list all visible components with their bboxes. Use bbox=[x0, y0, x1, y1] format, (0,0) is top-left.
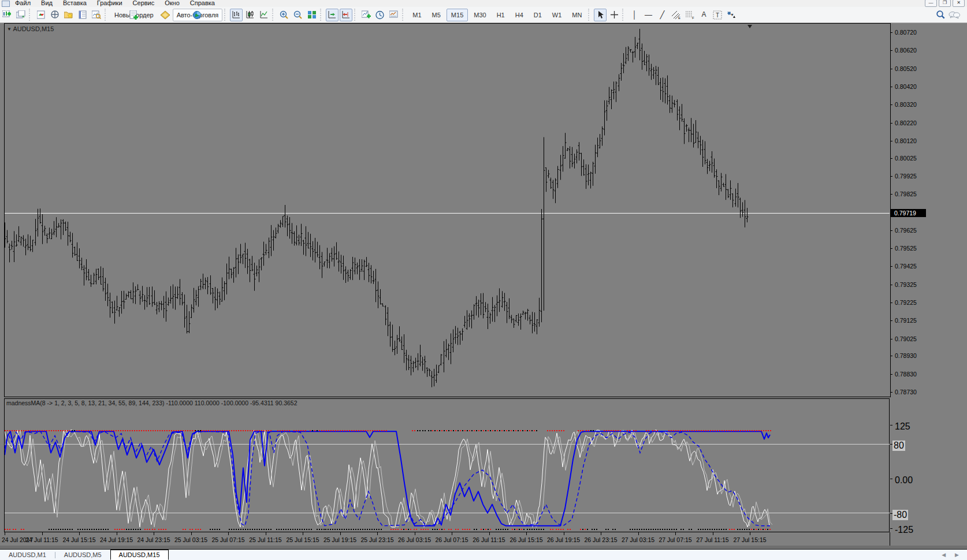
timeframe-button-M5[interactable]: M5 bbox=[427, 9, 445, 21]
timeframe-button-M30[interactable]: M30 bbox=[469, 9, 490, 21]
channel-tool-button[interactable]: E bbox=[670, 9, 682, 21]
time-axis-tick bbox=[750, 532, 750, 535]
indicator-bottom-dot bbox=[131, 529, 132, 530]
data-window-button[interactable] bbox=[49, 9, 61, 21]
periods-button[interactable]: ▼ bbox=[374, 9, 386, 21]
restore-button[interactable]: ❐ bbox=[939, 0, 951, 7]
profiles-button[interactable]: ▼ bbox=[14, 9, 27, 21]
navigator-button[interactable] bbox=[62, 9, 75, 21]
indicator-top-dot bbox=[525, 430, 526, 431]
fibonacci-tool-button[interactable]: F bbox=[683, 9, 696, 21]
time-axis-tick bbox=[452, 532, 452, 535]
menu-item-Сервис[interactable]: Сервис bbox=[128, 0, 160, 7]
menu-item-Графики[interactable]: Графики bbox=[92, 0, 128, 7]
timeframe-button-MN[interactable]: MN bbox=[567, 9, 586, 21]
chart-bars-button[interactable] bbox=[230, 9, 243, 21]
indicator-top-dot bbox=[733, 430, 734, 431]
indicator-top-dot bbox=[347, 430, 348, 431]
zoom-out-button[interactable] bbox=[292, 9, 304, 21]
collapse-triangle-icon[interactable]: ▼ bbox=[7, 27, 12, 32]
timeframe-button-H1[interactable]: H1 bbox=[492, 9, 509, 21]
trendline-tool-button[interactable]: ╱ bbox=[656, 9, 668, 21]
arrows-tool-button[interactable]: ▼ bbox=[725, 9, 738, 21]
indicator-bottom-dot bbox=[648, 529, 649, 530]
indicator-bottom-dot bbox=[214, 529, 215, 530]
autotrading-button[interactable]: Авто-торговля bbox=[173, 9, 223, 21]
indicator-bottom-dot bbox=[660, 529, 661, 530]
tile-windows-button[interactable] bbox=[306, 9, 318, 21]
indicator-top-dot bbox=[654, 430, 656, 431]
indicator-top-dot bbox=[178, 430, 179, 431]
horizontal-line-tool-button[interactable]: — bbox=[642, 9, 654, 21]
toolbar-separator bbox=[29, 9, 33, 21]
horizontal-scrollbar[interactable] bbox=[0, 546, 967, 550]
timeframe-button-M1[interactable]: M1 bbox=[408, 9, 426, 21]
line-chart-icon bbox=[259, 10, 269, 19]
minimize-button[interactable]: — bbox=[925, 0, 937, 7]
chart-shift-marker[interactable] bbox=[747, 25, 752, 28]
auto-scroll-button[interactable] bbox=[326, 9, 339, 21]
new-order-button[interactable]: Новый ордер bbox=[110, 9, 158, 21]
menu-item-Файл[interactable]: Файл bbox=[10, 0, 36, 7]
indicator-bottom-dot bbox=[567, 529, 568, 530]
chart-window-system-icon[interactable] bbox=[2, 1, 10, 7]
menu-item-Окно[interactable]: Окно bbox=[159, 0, 185, 7]
chart-candlesticks-button[interactable] bbox=[244, 9, 256, 21]
menu-item-Вставка[interactable]: Вставка bbox=[58, 0, 92, 7]
metaeditor-button[interactable] bbox=[159, 9, 172, 21]
chart-line-button[interactable] bbox=[258, 9, 270, 21]
tab-scroll-left-icon[interactable]: ◀ bbox=[942, 552, 946, 558]
chat-button[interactable] bbox=[948, 9, 961, 21]
indicator-top-dot bbox=[116, 430, 117, 431]
indicator-top-dot bbox=[437, 430, 438, 431]
crosshair-tool-button[interactable] bbox=[608, 9, 620, 21]
timeframe-button-M15[interactable]: M15 bbox=[447, 9, 468, 21]
indicator-bottom-dot bbox=[256, 529, 258, 530]
indicator-bottom-dot bbox=[217, 529, 218, 530]
search-button[interactable] bbox=[934, 9, 947, 21]
terminal-button[interactable] bbox=[76, 9, 89, 21]
indicator-bottom-dot bbox=[337, 529, 338, 530]
indicator-axis-label: -80 bbox=[892, 510, 908, 520]
menu-item-Справка[interactable]: Справка bbox=[185, 0, 220, 7]
text-tool-button[interactable]: A bbox=[697, 9, 710, 21]
menu-item-Вид[interactable]: Вид bbox=[36, 0, 58, 7]
indicator-bottom-dot bbox=[62, 529, 64, 530]
timeframe-button-H4[interactable]: H4 bbox=[511, 9, 528, 21]
indicator-axis-tick bbox=[890, 528, 892, 529]
indicators-button[interactable]: ▼ bbox=[360, 9, 373, 21]
price-axis-tick bbox=[890, 356, 892, 356]
chart-symbol-label[interactable]: ▼ AUDUSD,M15 bbox=[7, 25, 54, 32]
indicator-top-dot bbox=[586, 430, 587, 431]
price-axis-label: 0.79925 bbox=[895, 173, 917, 180]
new-chart-button[interactable]: ▼ bbox=[1, 9, 13, 21]
close-button[interactable]: ✕ bbox=[953, 0, 965, 7]
vertical-line-tool-button[interactable]: │ bbox=[628, 9, 641, 21]
chart-tab-AUDUSD,M15[interactable]: AUDUSD,M15 bbox=[110, 550, 169, 560]
arrows-icon bbox=[727, 11, 736, 19]
templates-button[interactable]: ▼ bbox=[388, 9, 400, 21]
chart-tab-AUDUSD,M1[interactable]: AUDUSD,M1 bbox=[0, 550, 55, 560]
ohlc-bars bbox=[5, 29, 749, 387]
indicator-bottom-dot bbox=[587, 529, 588, 530]
zoom-in-button[interactable] bbox=[278, 9, 291, 21]
price-chart-canvas[interactable] bbox=[5, 24, 890, 396]
indicator-bottom-dot bbox=[80, 529, 81, 530]
cursor-tool-button[interactable] bbox=[594, 9, 607, 21]
timeframe-button-D1[interactable]: D1 bbox=[529, 9, 546, 21]
indicator-canvas[interactable] bbox=[5, 399, 890, 532]
indicator-bottom-dot bbox=[152, 529, 153, 530]
indicator-bottom-dot bbox=[332, 529, 333, 530]
indicator-top-dot bbox=[323, 430, 325, 431]
timeframe-button-W1[interactable]: W1 bbox=[548, 9, 567, 21]
indicator-bottom-dot bbox=[121, 529, 122, 530]
chart-shift-button[interactable] bbox=[340, 9, 352, 21]
indicator-top-dot bbox=[488, 430, 489, 431]
text-label-tool-button[interactable]: T bbox=[711, 9, 724, 21]
market-watch-button[interactable] bbox=[35, 9, 47, 21]
strategy-tester-button[interactable] bbox=[90, 9, 103, 21]
time-axis-tick bbox=[377, 532, 378, 535]
toolbar-separator bbox=[402, 9, 406, 21]
chart-tab-AUDUSD,M5[interactable]: AUDUSD,M5 bbox=[55, 550, 110, 560]
tab-scroll-right-icon[interactable]: ▶ bbox=[955, 552, 959, 558]
